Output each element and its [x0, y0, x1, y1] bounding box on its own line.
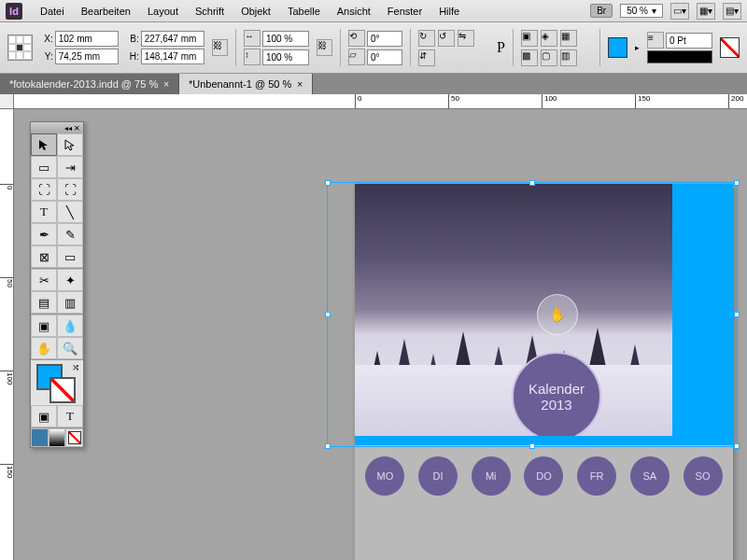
- fill-frame-icon[interactable]: ▥: [560, 49, 577, 66]
- vertical-ruler[interactable]: 0 50 100 150: [0, 109, 14, 560]
- scale-y-icon: ↕: [244, 49, 261, 65]
- rectangle-tool[interactable]: ▭: [57, 245, 83, 268]
- select-content-icon[interactable]: ◈: [541, 30, 557, 47]
- day-so[interactable]: SO: [684, 456, 723, 496]
- fit-content-icon[interactable]: ▦: [560, 30, 577, 47]
- gradient-swatch-tool[interactable]: ▤: [31, 291, 57, 314]
- workspace-button[interactable]: ▤▾: [723, 3, 741, 20]
- close-icon[interactable]: ×: [163, 79, 169, 90]
- day-mi[interactable]: Mi: [472, 456, 511, 496]
- ruler-tick: 200: [728, 94, 743, 109]
- apply-gradient-button[interactable]: [49, 428, 66, 447]
- rotate-icon: ⟲: [348, 30, 365, 47]
- rectangle-frame-tool[interactable]: ⊠: [31, 245, 57, 268]
- content-placer-tool[interactable]: ⛶: [57, 178, 83, 201]
- hand-tool[interactable]: ✋: [31, 337, 57, 359]
- menu-schrift[interactable]: Schrift: [187, 6, 233, 17]
- direct-selection-tool[interactable]: [57, 133, 83, 156]
- day-mo[interactable]: MO: [365, 456, 404, 496]
- doc-tab-2[interactable]: *Unbenannt-1 @ 50 %×: [179, 74, 313, 94]
- ruler-tick: 150: [0, 464, 14, 478]
- day-sa[interactable]: SA: [630, 456, 669, 496]
- horizontal-ruler[interactable]: 0 50 100 150 200: [14, 94, 747, 109]
- day-fr[interactable]: FR: [577, 456, 616, 496]
- y-input[interactable]: [55, 49, 119, 64]
- constrain-wh-icon[interactable]: ⛓: [212, 39, 228, 56]
- content-collector-tool[interactable]: ⛶: [31, 178, 57, 201]
- day-do[interactable]: DO: [524, 456, 563, 496]
- select-container-icon[interactable]: ▣: [521, 30, 538, 47]
- menu-bearbeiten[interactable]: Bearbeiten: [73, 6, 139, 17]
- free-transform-tool[interactable]: ✦: [57, 269, 83, 291]
- object-icons: ▣ ◈ ▦ ▩ ▢ ▥: [521, 30, 592, 66]
- reference-point-grid[interactable]: [7, 35, 33, 61]
- ruler-origin[interactable]: [0, 94, 14, 109]
- rotate-cw-icon[interactable]: ↻: [418, 30, 435, 47]
- swap-colors-icon[interactable]: ⤭: [72, 362, 79, 372]
- apply-none-button[interactable]: [65, 428, 83, 447]
- selection-frame[interactable]: [327, 182, 738, 447]
- menu-ansicht[interactable]: Ansicht: [329, 6, 379, 17]
- fit-frame-icon[interactable]: ▩: [521, 49, 538, 66]
- stroke-style-dropdown[interactable]: [647, 50, 712, 63]
- document-canvas[interactable]: ✋ Kalender 2013 MO DI Mi DO FR SA SO: [14, 109, 747, 560]
- tools-panel-header[interactable]: ◂◂ ✕: [31, 122, 83, 133]
- doc-tab-1[interactable]: *fotokalender-2013.indd @ 75 %×: [0, 74, 179, 94]
- rotate-input[interactable]: [367, 31, 402, 47]
- menu-fenster[interactable]: Fenster: [379, 6, 430, 17]
- menu-layout[interactable]: Layout: [139, 6, 187, 17]
- menu-objekt[interactable]: Objekt: [233, 6, 279, 17]
- selection-tool[interactable]: [31, 133, 57, 156]
- h-label: H:: [126, 51, 139, 62]
- stroke-weight-input[interactable]: [666, 33, 712, 49]
- scale-x-input[interactable]: [262, 31, 309, 47]
- menu-tabelle[interactable]: Tabelle: [279, 6, 329, 17]
- stroke-color-swatch[interactable]: [720, 37, 740, 58]
- screen-mode-button[interactable]: ▭▾: [670, 3, 689, 20]
- tools-panel[interactable]: ◂◂ ✕ ▭ ⇥ ⛶ ⛶ T ╲ ✒ ✎ ⊠ ▭ ✂ ✦ ▤ ▥ ▣ 💧 ✋ 🔍…: [30, 121, 84, 448]
- apply-color-button[interactable]: [31, 428, 49, 447]
- weekday-row: MO DI Mi DO FR SA SO: [355, 456, 733, 496]
- control-bar: X: Y: B: H: ⛓ ↔ ↕ ⛓ ⟲ ▱ ↻ ↺ ⇋ ⇵ P ▣ ◈ ▦ …: [0, 22, 747, 74]
- x-input[interactable]: [55, 31, 119, 47]
- ruler-tick: 50: [448, 94, 459, 109]
- chevron-down-icon: ▾: [652, 6, 656, 16]
- height-input[interactable]: [141, 49, 204, 64]
- scale-y-input[interactable]: [262, 49, 309, 65]
- paragraph-p-icon[interactable]: P: [497, 39, 505, 56]
- scissors-tool[interactable]: ✂: [31, 269, 57, 291]
- formatting-text-icon[interactable]: T: [57, 405, 83, 427]
- shear-icon: ▱: [348, 49, 365, 65]
- page-tool[interactable]: ▭: [31, 156, 57, 178]
- fill-stroke-area[interactable]: ⤭: [31, 360, 83, 405]
- flip-h-icon[interactable]: ⇋: [458, 30, 474, 47]
- menu-hilfe[interactable]: Hilfe: [430, 6, 468, 17]
- stroke-color[interactable]: [49, 377, 76, 403]
- shear-input[interactable]: [367, 49, 402, 65]
- chevron-down-icon[interactable]: ▸: [635, 43, 640, 52]
- zoom-tool[interactable]: 🔍: [57, 337, 83, 359]
- formatting-container-icon[interactable]: ▣: [31, 405, 57, 427]
- pen-tool[interactable]: ✒: [31, 223, 57, 245]
- close-icon[interactable]: ×: [297, 79, 303, 90]
- flip-v-icon[interactable]: ⇵: [418, 49, 435, 66]
- rotate-ccw-icon[interactable]: ↺: [438, 30, 455, 47]
- eyedropper-tool[interactable]: 💧: [57, 315, 83, 337]
- bridge-button[interactable]: Br: [590, 4, 613, 18]
- menu-datei[interactable]: Datei: [32, 6, 73, 17]
- constrain-scale-icon[interactable]: ⛓: [317, 39, 332, 56]
- doc-tab-1-label: *fotokalender-2013.indd @ 75 %: [9, 78, 158, 90]
- arrange-button[interactable]: ▦▾: [697, 3, 715, 20]
- pencil-tool[interactable]: ✎: [57, 223, 83, 245]
- day-di[interactable]: DI: [418, 456, 458, 496]
- center-content-icon[interactable]: ▢: [541, 49, 557, 66]
- gradient-feather-tool[interactable]: ▥: [57, 291, 83, 314]
- fill-color-swatch[interactable]: [608, 37, 627, 58]
- width-input[interactable]: [141, 31, 204, 47]
- zoom-level-input[interactable]: 50 %▾: [620, 4, 663, 18]
- type-tool[interactable]: T: [31, 201, 57, 223]
- ruler-tick: 100: [542, 94, 557, 109]
- line-tool[interactable]: ╲: [57, 201, 83, 223]
- gap-tool[interactable]: ⇥: [57, 156, 83, 178]
- note-tool[interactable]: ▣: [31, 315, 57, 337]
